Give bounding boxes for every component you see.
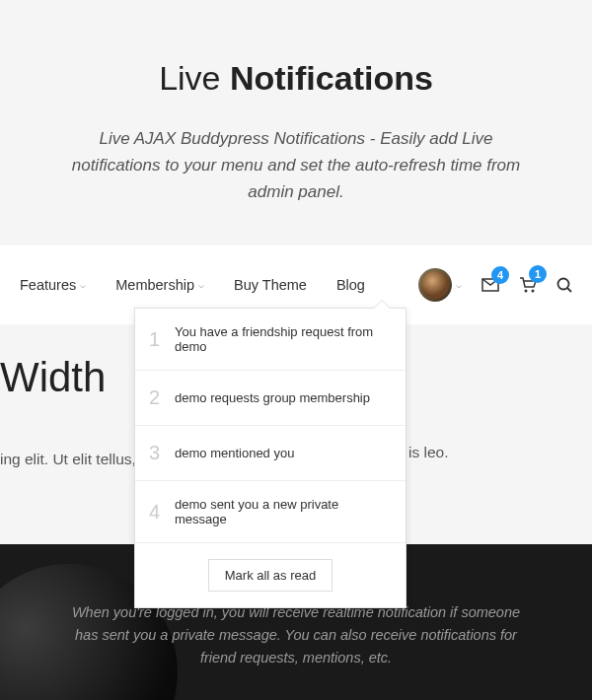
chevron-down-icon: ⌵	[456, 279, 462, 290]
notification-number: 4	[149, 501, 163, 524]
search-button[interactable]	[556, 277, 572, 293]
notifications-dropdown: 1 You have a friendship request from dem…	[134, 308, 407, 608]
nav-label: Blog	[336, 277, 365, 293]
svg-point-1	[532, 289, 535, 292]
notification-item[interactable]: 3 demo mentioned you	[135, 426, 406, 481]
page-title: Live Notifications	[59, 59, 533, 98]
search-icon	[556, 277, 572, 293]
dropdown-arrow	[374, 301, 390, 309]
nav-blog[interactable]: Blog	[336, 277, 365, 293]
notification-item[interactable]: 4 demo sent you a new private message	[135, 481, 406, 543]
notification-number: 1	[149, 328, 163, 351]
chevron-down-icon: ⌵	[80, 279, 86, 290]
notification-text: demo sent you a new private message	[175, 497, 392, 526]
cart-badge: 1	[529, 265, 547, 283]
notification-item[interactable]: 2 demo requests group membership	[135, 371, 406, 426]
svg-point-0	[525, 289, 528, 292]
notification-text: demo requests group membership	[175, 390, 370, 405]
cart-button[interactable]: 1	[519, 277, 537, 293]
bg-page-text-right: is leo.	[408, 444, 449, 461]
chevron-down-icon: ⌵	[198, 279, 204, 290]
avatar	[418, 268, 452, 302]
page-subtitle: Live AJAX Buddypress Notifications - Eas…	[59, 125, 533, 206]
notification-item[interactable]: 1 You have a friendship request from dem…	[135, 309, 406, 371]
notification-number: 2	[149, 386, 163, 409]
nav-label: Membership	[115, 277, 194, 293]
mark-all-read-row: Mark all as read	[135, 543, 406, 607]
nav-right-actions: ⌵ 4 1	[418, 268, 572, 302]
title-bold: Notifications	[230, 59, 433, 97]
user-avatar-menu[interactable]: ⌵	[418, 268, 462, 302]
mail-notifications-button[interactable]: 4	[481, 278, 499, 292]
notification-number: 3	[149, 442, 163, 464]
promo-header: Live Notifications Live AJAX Buddypress …	[0, 0, 592, 245]
notification-text: You have a friendship request from demo	[175, 324, 392, 354]
mail-badge: 4	[491, 266, 509, 284]
nav-label: Buy Theme	[234, 277, 307, 293]
nav-membership[interactable]: Membership ⌵	[115, 277, 204, 293]
nav-buy-theme[interactable]: Buy Theme	[234, 277, 307, 293]
title-light: Live	[159, 59, 230, 97]
nav-label: Features	[20, 277, 76, 293]
mark-all-read-button[interactable]: Mark all as read	[208, 559, 333, 592]
svg-point-2	[558, 278, 569, 289]
nav-features[interactable]: Features ⌵	[20, 277, 86, 293]
notification-text: demo mentioned you	[175, 446, 294, 460]
